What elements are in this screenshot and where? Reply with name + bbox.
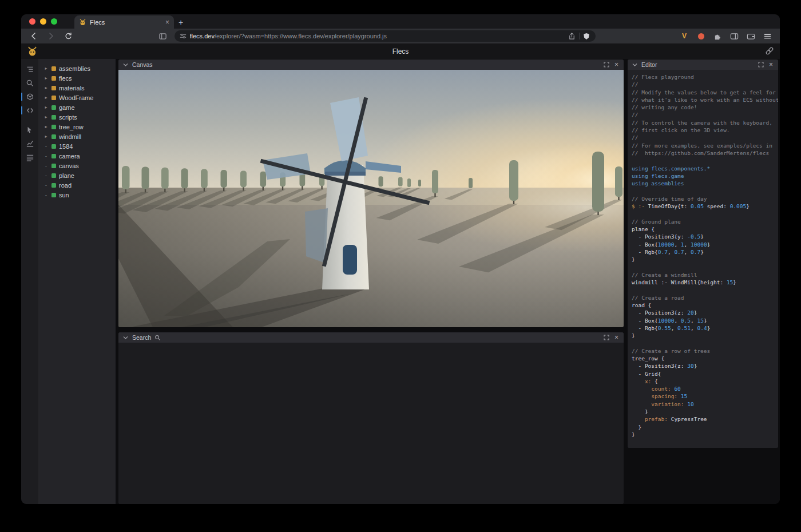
code-line: // For more examples, see examples/plecs… (632, 142, 778, 149)
tree-item-game[interactable]: ▸game (38, 102, 116, 112)
fullscreen-icon[interactable] (602, 334, 610, 342)
leaf-dash-icon: - (43, 153, 49, 159)
module-swatch (51, 96, 56, 100)
brave-shield-icon[interactable] (583, 33, 590, 40)
expand-arrow-icon[interactable]: ▸ (43, 114, 49, 120)
close-window-button[interactable] (29, 18, 35, 25)
rows-icon[interactable] (21, 150, 38, 164)
expand-arrow-icon[interactable]: ▸ (43, 124, 49, 129)
tree-item-plane[interactable]: -plane (38, 170, 116, 180)
tree-item-canvas[interactable]: -canvas (38, 161, 116, 170)
search-results-area[interactable] (118, 343, 624, 504)
tree-item-label: assemblies (59, 65, 90, 72)
main-column: Canvas × (118, 59, 624, 504)
close-panel-icon[interactable]: × (613, 334, 620, 342)
left-icon-strip (21, 59, 38, 504)
collapse-chevron-icon[interactable] (122, 334, 129, 342)
forward-button[interactable] (45, 30, 57, 42)
chart-icon[interactable] (21, 137, 38, 150)
code-line: // (632, 111, 778, 118)
tree-item-1584[interactable]: -1584 (38, 141, 116, 151)
editor-panel-title: Editor (641, 61, 657, 68)
tree-item-camera[interactable]: -camera (38, 151, 116, 161)
minimize-window-button[interactable] (40, 18, 46, 25)
sidebar-toggle-icon[interactable] (728, 30, 740, 42)
site-settings-icon[interactable] (180, 33, 187, 39)
expand-arrow-icon[interactable]: ▸ (43, 85, 49, 90)
tree-item-materials[interactable]: ▸materials (38, 83, 116, 93)
tree-item-windmill[interactable]: ▸windmill (38, 132, 116, 141)
search-panel-header: Search × (118, 332, 624, 343)
expand-arrow-icon[interactable]: ▸ (43, 76, 49, 81)
tree-item-label: materials (59, 85, 85, 92)
code-icon[interactable] (21, 104, 38, 117)
close-panel-icon[interactable]: × (613, 61, 620, 69)
expand-arrow-icon[interactable]: ▸ (43, 95, 49, 100)
zoom-window-button[interactable] (51, 18, 57, 25)
browser-tab-flecs[interactable]: Flecs × (74, 15, 174, 29)
tree-item-tree_row[interactable]: ▸tree_row (38, 122, 116, 132)
expand-arrow-icon[interactable]: ▸ (43, 134, 49, 139)
code-line: } (632, 431, 778, 438)
entity-swatch (51, 115, 56, 120)
wallet-icon[interactable] (745, 30, 756, 42)
code-line: - Box{10000, 0.5, 15} (632, 317, 778, 324)
fullscreen-icon[interactable] (757, 61, 764, 69)
3d-scene[interactable] (118, 70, 624, 327)
menu-hamburger-icon[interactable] (762, 30, 773, 42)
tree-item-road[interactable]: -road (38, 180, 116, 190)
tree-item-label: sun (59, 192, 69, 198)
collapse-chevron-icon[interactable] (631, 61, 639, 69)
url-text[interactable]: flecs.dev/explorer/?wasm=https://www.fle… (190, 33, 565, 39)
code-line: // writing any code! (632, 104, 778, 111)
cursor-icon[interactable] (21, 123, 38, 137)
code-line: // Create a windmill (632, 271, 778, 279)
code-line: - Box{10000, 1, 10000} (632, 241, 778, 248)
tree-item-label: road (59, 182, 72, 189)
new-tab-button[interactable]: + (174, 15, 188, 29)
expand-arrow-icon[interactable]: ▸ (43, 105, 49, 110)
entity-tree: ▸assemblies▸flecs▸materials▸WoodFrame▸ga… (38, 59, 116, 504)
code-line: - Position3{z: 20} (632, 309, 778, 316)
tab-bar: Flecs × + (21, 14, 780, 29)
flecs-logo[interactable] (27, 46, 38, 57)
canvas-3d-view[interactable] (118, 70, 624, 327)
tree-item-assemblies[interactable]: ▸assemblies (38, 63, 116, 73)
red-extension-icon[interactable] (695, 30, 707, 42)
permalink-icon[interactable] (765, 46, 774, 55)
tree-item-flecs[interactable]: ▸flecs (38, 73, 116, 83)
canvas-panel: Canvas × (118, 59, 624, 327)
close-panel-icon[interactable]: × (767, 61, 775, 69)
v-extension-icon[interactable]: V (679, 30, 690, 42)
flecs-explorer-page: Flecs (21, 43, 780, 504)
tree-item-WoodFrame[interactable]: ▸WoodFrame (38, 93, 116, 102)
tab-close-icon[interactable]: × (165, 19, 169, 26)
canvas-panel-title: Canvas (132, 61, 153, 68)
back-button[interactable] (28, 30, 39, 42)
flecs-favicon (79, 18, 86, 26)
tree-item-sun[interactable]: -sun (38, 190, 116, 200)
code-line: plane { (632, 225, 778, 233)
editor-panel-header: Editor × (628, 59, 778, 70)
entity-swatch (51, 193, 56, 197)
outliner-icon[interactable] (21, 62, 38, 76)
cube-icon[interactable] (21, 90, 38, 104)
explorer-content: ▸assemblies▸flecs▸materials▸WoodFrame▸ga… (21, 59, 780, 504)
collapse-chevron-icon[interactable] (122, 61, 129, 69)
expand-arrow-icon[interactable]: ▸ (43, 66, 49, 71)
code-line: } (632, 423, 778, 431)
tree-item-scripts[interactable]: ▸scripts (38, 112, 116, 122)
reload-button[interactable] (62, 30, 74, 42)
extensions-puzzle-icon[interactable] (712, 30, 723, 42)
code-line: - Rgb{0.7, 0.7, 0.7} (632, 248, 778, 256)
code-area[interactable]: // Flecs playground//// Modify the value… (628, 70, 778, 438)
url-bar[interactable]: flecs.dev/explorer/?wasm=https://www.fle… (175, 30, 596, 42)
code-editor[interactable]: // Flecs playground//// Modify the value… (628, 70, 778, 448)
share-icon[interactable] (568, 33, 576, 40)
browser-toolbar: flecs.dev/explorer/?wasm=https://www.fle… (21, 29, 780, 43)
tree-item-label: tree_row (59, 124, 84, 130)
bookmarks-panel-icon[interactable] (157, 30, 169, 42)
search-icon[interactable] (21, 76, 38, 90)
leaf-dash-icon: - (43, 182, 49, 188)
fullscreen-icon[interactable] (602, 61, 610, 69)
